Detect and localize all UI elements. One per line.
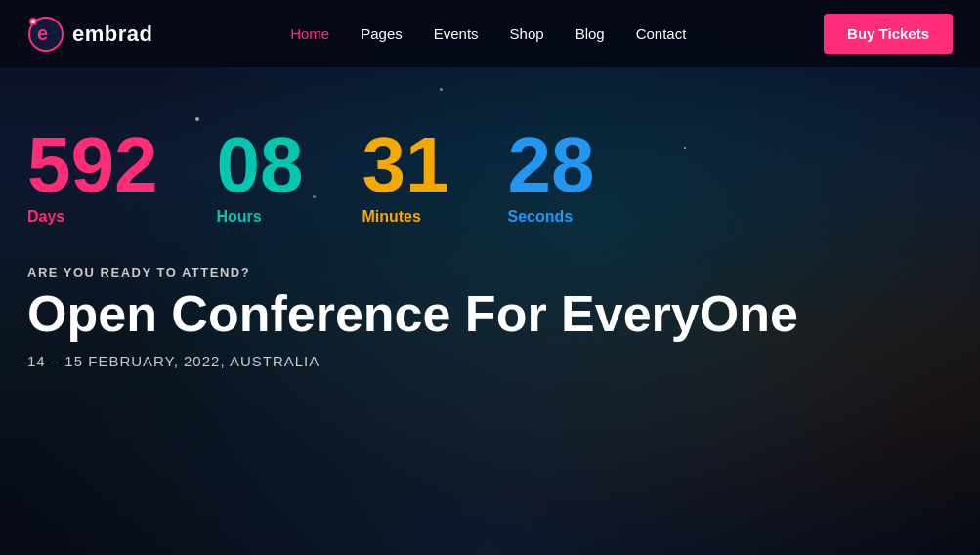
nav-link-pages[interactable]: Pages (361, 25, 403, 42)
event-date: 14 – 15 FEBRUARY, 2022, AUSTRALIA (27, 353, 953, 369)
nav-item-home[interactable]: Home (290, 25, 329, 43)
hero-content: 592 Days 08 Hours 31 Minutes 28 Seconds … (0, 67, 980, 369)
seconds-label: Seconds (507, 208, 573, 226)
countdown-minutes: 31 Minutes (362, 126, 448, 226)
nav-item-blog[interactable]: Blog (575, 25, 605, 43)
svg-point-3 (31, 20, 35, 23)
days-value: 592 (27, 126, 157, 204)
buy-tickets-button[interactable]: Buy Tickets (824, 14, 953, 54)
navbar: e embrad Home Pages Events Shop Blog Con… (0, 0, 980, 67)
days-label: Days (27, 208, 64, 226)
countdown-days: 592 Days (27, 126, 157, 226)
event-subtitle: Are You Ready To Attend? (27, 265, 953, 279)
countdown-hours: 08 Hours (216, 126, 303, 226)
svg-text:e: e (37, 22, 48, 44)
nav-link-contact[interactable]: Contact (636, 25, 687, 42)
seconds-value: 28 (507, 126, 594, 204)
nav-link-home[interactable]: Home (290, 25, 329, 42)
brand-name: embrad (72, 21, 152, 47)
nav-item-shop[interactable]: Shop (510, 25, 544, 43)
nav-link-shop[interactable]: Shop (510, 25, 544, 42)
nav-links: Home Pages Events Shop Blog Contact (290, 25, 686, 43)
nav-link-blog[interactable]: Blog (575, 25, 605, 42)
hours-value: 08 (216, 126, 303, 204)
hours-label: Hours (216, 208, 261, 226)
logo-icon: e (27, 16, 64, 53)
nav-item-pages[interactable]: Pages (361, 25, 403, 43)
nav-item-contact[interactable]: Contact (636, 25, 687, 43)
minutes-label: Minutes (362, 208, 420, 226)
event-info: Are You Ready To Attend? Open Conference… (27, 265, 953, 369)
countdown: 592 Days 08 Hours 31 Minutes 28 Seconds (27, 126, 953, 226)
minutes-value: 31 (362, 126, 448, 204)
nav-link-events[interactable]: Events (434, 25, 479, 42)
event-title: Open Conference For EveryOne (27, 287, 953, 341)
countdown-seconds: 28 Seconds (507, 126, 594, 226)
logo: e embrad (27, 16, 152, 53)
nav-item-events[interactable]: Events (434, 25, 479, 43)
